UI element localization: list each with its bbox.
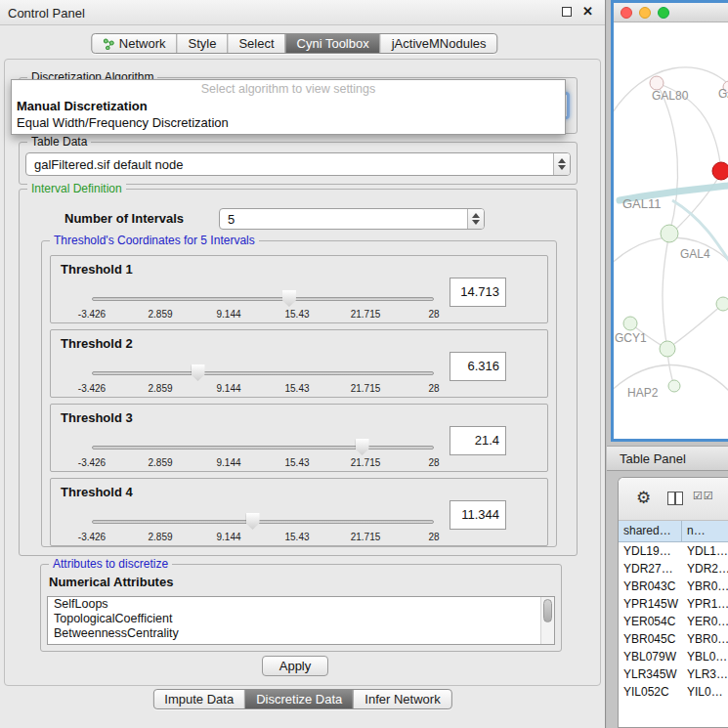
select-columns-icon[interactable]: ☑☑: [693, 490, 714, 502]
tick-label: 21.715: [351, 532, 381, 542]
slider-track[interactable]: [92, 371, 434, 375]
tab-style-label: Style: [188, 36, 216, 51]
list-item[interactable]: BetweennessCentrality: [48, 626, 554, 641]
cell[interactable]: YBR0…: [682, 578, 728, 595]
table-row[interactable]: YLR345W YLR3…: [619, 665, 728, 683]
dropdown-option-equal-width-frequency[interactable]: Equal Width/Frequency Discretization: [12, 114, 565, 131]
tick-label: 15.43: [284, 532, 309, 542]
slider-thumb[interactable]: [246, 513, 260, 530]
control-panel-titlebar: Control Panel ✕: [0, 0, 605, 25]
cell[interactable]: YPR1…: [682, 595, 728, 613]
table-row[interactable]: YDR27… YDR2…: [619, 560, 728, 578]
combo-stepper-icon[interactable]: [553, 153, 570, 175]
threshold-4-slider[interactable]: -3.426 2.859 9.144 15.43 21.715 28: [92, 512, 434, 545]
apply-button[interactable]: Apply: [262, 656, 328, 676]
cell[interactable]: YBR043C: [619, 578, 682, 595]
tick-label: -3.426: [78, 383, 106, 394]
node-gal4[interactable]: [661, 225, 678, 242]
table-panel-header: Table Panel: [607, 446, 728, 471]
threshold-4-value-field[interactable]: 11.344: [450, 500, 506, 530]
tab-infer-network-label: Infer Network: [364, 692, 440, 707]
node-label-gal4: GAL4: [680, 247, 710, 261]
number-of-intervals-combobox[interactable]: 5: [219, 208, 485, 230]
slider-track[interactable]: [92, 297, 434, 301]
slider-thumb[interactable]: [282, 290, 296, 307]
table-row[interactable]: YBR045C YBR0…: [619, 630, 728, 648]
network-canvas[interactable]: GAL80 GA GAL11 GAL4 GCY1 HAP2: [614, 22, 728, 439]
float-window-icon[interactable]: [562, 7, 572, 17]
threshold-2-value-field[interactable]: 6.316: [450, 352, 506, 381]
cell[interactable]: YIL0…: [682, 683, 728, 701]
tab-impute-data[interactable]: Impute Data: [153, 690, 244, 708]
table-row[interactable]: YER054C YER0…: [619, 613, 728, 630]
zoom-traffic-light-icon[interactable]: [658, 7, 669, 19]
list-item[interactable]: TopologicalCoefficient: [48, 612, 554, 626]
table-row[interactable]: YIL052C YIL0…: [619, 683, 728, 701]
dropdown-option-manual-discretization[interactable]: Manual Discretization: [12, 98, 565, 114]
column-header-name[interactable]: n…: [682, 521, 728, 541]
tab-select-label: Select: [238, 36, 274, 51]
numerical-attributes-label: Numerical Attributes: [49, 575, 173, 589]
table-row[interactable]: YBR043C YBR0…: [619, 578, 728, 595]
columns-icon[interactable]: [667, 492, 683, 505]
slider-thumb[interactable]: [192, 364, 205, 381]
cell[interactable]: YPR145W: [619, 595, 682, 613]
network-window-titlebar: [614, 3, 728, 22]
tab-infer-network[interactable]: Infer Network: [353, 690, 450, 708]
tab-select[interactable]: Select: [227, 34, 284, 53]
threshold-3-value-field[interactable]: 21.4: [450, 426, 506, 455]
cell[interactable]: YIL052C: [619, 683, 682, 701]
threshold-1-value-field[interactable]: 14.713: [450, 278, 506, 307]
tab-network-label: Network: [119, 36, 166, 51]
scrollbar[interactable]: [540, 597, 554, 644]
threshold-2-label: Threshold 2: [61, 336, 133, 351]
tick-label: 9.144: [216, 309, 240, 320]
cell[interactable]: YDL1…: [682, 542, 728, 560]
cell[interactable]: YBR0…: [682, 630, 728, 648]
node-label-cut: GA: [718, 87, 728, 101]
cyni-toolbox-panel: Discretization Algorithm Select algorith…: [4, 59, 601, 686]
cell[interactable]: YLR3…: [682, 665, 728, 683]
cell[interactable]: YDL19…: [619, 542, 682, 560]
cell[interactable]: YER054C: [619, 613, 682, 630]
interval-definition-legend: Interval Definition: [27, 182, 126, 195]
tab-cyni-toolbox[interactable]: Cyni Toolbox: [285, 34, 380, 53]
threshold-3-slider[interactable]: -3.426 2.859 9.144 15.43 21.715 28: [92, 438, 434, 471]
scrollbar-thumb[interactable]: [543, 599, 552, 622]
table-row[interactable]: YBL079W YBL0…: [619, 648, 728, 665]
slider-track[interactable]: [92, 446, 434, 450]
node-selected-red[interactable]: [712, 162, 728, 180]
table-data-combobox[interactable]: galFiltered.sif default node: [25, 152, 571, 176]
close-traffic-light-icon[interactable]: [621, 7, 632, 19]
cell[interactable]: YDR27…: [619, 560, 682, 578]
gear-icon[interactable]: ⚙: [636, 488, 651, 508]
close-icon[interactable]: ✕: [582, 4, 593, 19]
tab-style[interactable]: Style: [176, 34, 227, 53]
numerical-attributes-list[interactable]: SelfLoops TopologicalCoefficient Between…: [47, 596, 555, 645]
node-gal80[interactable]: [650, 76, 664, 90]
slider-thumb[interactable]: [356, 439, 369, 455]
node[interactable]: [660, 341, 675, 357]
table-row[interactable]: YPR145W YPR1…: [619, 595, 728, 613]
tab-discretize-data[interactable]: Discretize Data: [244, 690, 353, 708]
cell[interactable]: YLR345W: [619, 665, 682, 683]
cell[interactable]: YBR045C: [619, 630, 682, 648]
node-gcy1[interactable]: [623, 317, 637, 330]
tab-jactivemnodules[interactable]: jActiveMNodules: [380, 34, 497, 53]
tab-network[interactable]: Network: [92, 34, 177, 53]
cell[interactable]: YDR2…: [682, 560, 728, 578]
node[interactable]: [716, 297, 728, 311]
cell[interactable]: YBL0…: [682, 648, 728, 665]
node-hap2[interactable]: [668, 380, 680, 392]
cell[interactable]: YBL079W: [619, 648, 682, 665]
cell[interactable]: YER0…: [682, 613, 728, 630]
combo-stepper-icon[interactable]: [467, 209, 484, 229]
threshold-1-slider[interactable]: -3.426 2.859 9.144 15.43 21.715 28: [92, 289, 434, 322]
minimize-traffic-light-icon[interactable]: [639, 7, 651, 19]
tick-label: 21.715: [351, 383, 381, 394]
slider-track[interactable]: [92, 520, 434, 524]
column-header-shared-name[interactable]: shared…: [619, 521, 682, 541]
threshold-2-slider[interactable]: -3.426 2.859 9.144 15.43 21.715 28: [92, 364, 434, 397]
table-row[interactable]: YDL19… YDL1…: [619, 542, 728, 560]
list-item[interactable]: SelfLoops: [48, 597, 554, 612]
